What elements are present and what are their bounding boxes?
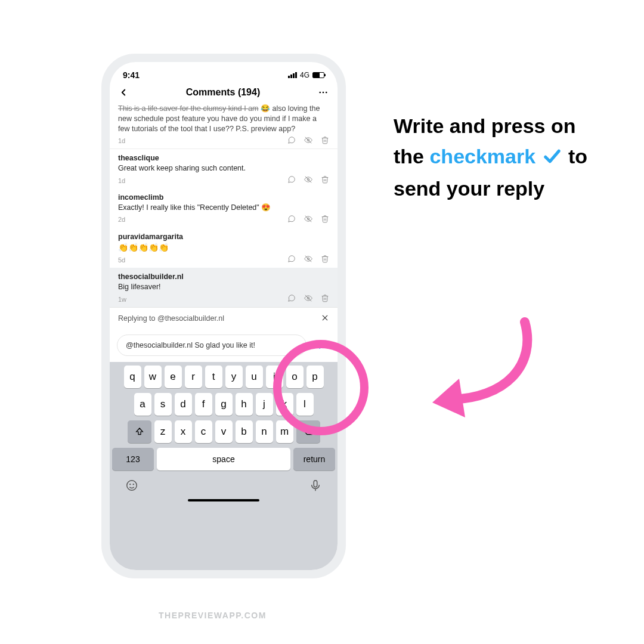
- hide-icon[interactable]: [304, 215, 312, 225]
- key-v[interactable]: v: [215, 420, 233, 443]
- key-i[interactable]: i: [266, 366, 283, 388]
- status-network: 4G: [300, 71, 309, 79]
- back-button[interactable]: [118, 87, 129, 98]
- delete-icon[interactable]: [321, 255, 329, 265]
- key-a[interactable]: a: [134, 393, 151, 416]
- more-button[interactable]: [317, 87, 329, 98]
- hide-icon[interactable]: [304, 255, 312, 265]
- reply-icon[interactable]: [287, 215, 296, 225]
- key-f[interactable]: f: [195, 393, 212, 416]
- comment-time: 2d: [118, 215, 125, 224]
- comment-actions: [287, 136, 329, 147]
- comment-user: incomeclimb: [118, 193, 163, 202]
- nav-header: Comments (194): [110, 83, 338, 103]
- close-reply-button[interactable]: [321, 314, 329, 324]
- reply-input[interactable]: @thesocialbuilder.nl So glad you like it…: [117, 335, 306, 356]
- trunc-line1-struck: This is a life saver for the clumsy kind…: [118, 104, 259, 113]
- svg-point-1: [323, 92, 324, 94]
- svg-rect-20: [314, 481, 317, 487]
- keyboard-row-3: z x c v b n m: [112, 420, 335, 443]
- reply-icon[interactable]: [287, 136, 296, 147]
- key-l[interactable]: l: [296, 393, 314, 416]
- send-checkmark-button[interactable]: [312, 336, 330, 354]
- keyboard-row-4: 123 space return: [112, 448, 335, 470]
- key-e[interactable]: e: [165, 366, 182, 388]
- key-return[interactable]: return: [293, 448, 335, 470]
- keyboard-bottom: [112, 475, 335, 494]
- key-o[interactable]: o: [286, 366, 304, 388]
- comment-time: 5d: [118, 256, 125, 265]
- hide-icon[interactable]: [304, 136, 312, 147]
- delete-icon[interactable]: [321, 215, 329, 225]
- replying-banner: Replying to @thesocialbuilder.nl: [110, 307, 338, 330]
- signal-icon: [288, 72, 297, 78]
- key-t[interactable]: t: [205, 366, 222, 388]
- comment-item[interactable]: theasclique Great work keep sharing such…: [110, 149, 338, 188]
- comment-item[interactable]: puravidamargarita 👏👏👏👏👏 5d: [110, 228, 338, 268]
- key-m[interactable]: m: [276, 420, 293, 443]
- status-bar: 9:41 4G: [110, 62, 338, 83]
- key-u[interactable]: u: [246, 366, 263, 388]
- trunc-line1-tail: 😂 also loving: [259, 104, 308, 113]
- svg-point-17: [127, 481, 137, 491]
- status-right: 4G: [288, 71, 324, 79]
- key-r[interactable]: r: [185, 366, 202, 388]
- svg-point-19: [133, 484, 134, 485]
- comment-user: puravidamargarita: [118, 233, 183, 241]
- comment-time: 1d: [118, 137, 125, 145]
- svg-point-2: [326, 92, 327, 94]
- comment-item-selected[interactable]: thesocialbuilder.nl Big lifesaver! 1w: [110, 268, 338, 307]
- home-indicator: [188, 499, 259, 501]
- key-x[interactable]: x: [175, 420, 192, 443]
- delete-icon[interactable]: [321, 136, 329, 147]
- reply-icon[interactable]: [287, 294, 296, 305]
- key-123[interactable]: 123: [112, 448, 154, 470]
- key-g[interactable]: g: [215, 393, 233, 416]
- reply-input-row: @thesocialbuilder.nl So glad you like it…: [110, 330, 338, 362]
- instruction-accent: checkmark: [429, 145, 535, 168]
- key-b[interactable]: b: [236, 420, 253, 443]
- comment-item[interactable]: incomeclimb Exactly! I really like this …: [110, 188, 338, 228]
- key-y[interactable]: y: [225, 366, 243, 388]
- delete-icon[interactable]: [321, 294, 329, 305]
- key-h[interactable]: h: [236, 393, 253, 416]
- mic-icon[interactable]: [309, 479, 322, 494]
- comment-text: Exactly! I really like this "Recently De…: [118, 203, 329, 213]
- hide-icon[interactable]: [304, 175, 312, 186]
- delete-icon[interactable]: [321, 175, 329, 186]
- comment-user: theasclique: [118, 154, 159, 162]
- comment-user: thesocialbuilder.nl: [118, 273, 184, 281]
- key-n[interactable]: n: [256, 420, 273, 443]
- watermark: THEPREVIEWAPP.COM: [159, 611, 267, 620]
- key-shift[interactable]: [128, 420, 151, 443]
- emoji-icon[interactable]: [125, 479, 138, 494]
- svg-point-0: [319, 92, 321, 94]
- comment-text: Big lifesaver!: [118, 282, 329, 292]
- comment-time: 1w: [118, 295, 126, 304]
- key-s[interactable]: s: [154, 393, 172, 416]
- key-d[interactable]: d: [175, 393, 192, 416]
- key-j[interactable]: j: [256, 393, 273, 416]
- phone-screen: 9:41 4G Comments (194) This is a life sa…: [110, 62, 338, 570]
- keyboard: q w e r t y u i o p a s d f g h j k l: [110, 362, 338, 570]
- comments-list: theasclique Great work keep sharing such…: [110, 148, 338, 306]
- key-p[interactable]: p: [306, 366, 324, 388]
- key-c[interactable]: c: [195, 420, 212, 443]
- keyboard-row-2: a s d f g h j k l: [112, 393, 335, 416]
- reply-icon[interactable]: [287, 175, 296, 186]
- phone-frame: 9:41 4G Comments (194) This is a life sa…: [101, 54, 346, 578]
- key-w[interactable]: w: [144, 366, 162, 388]
- key-k[interactable]: k: [276, 393, 293, 416]
- comment-text: Great work keep sharing such content.: [118, 163, 329, 174]
- key-q[interactable]: q: [124, 366, 141, 388]
- key-z[interactable]: z: [154, 420, 172, 443]
- checkmark-icon: [541, 143, 563, 174]
- reply-icon[interactable]: [287, 255, 296, 265]
- keyboard-row-1: q w e r t y u i o p: [112, 366, 335, 388]
- key-space[interactable]: space: [157, 448, 290, 470]
- battery-icon: [312, 72, 324, 78]
- key-backspace[interactable]: [296, 420, 320, 443]
- hide-icon[interactable]: [304, 294, 312, 305]
- status-time: 9:41: [123, 70, 140, 80]
- arrow-annotation: [417, 310, 549, 429]
